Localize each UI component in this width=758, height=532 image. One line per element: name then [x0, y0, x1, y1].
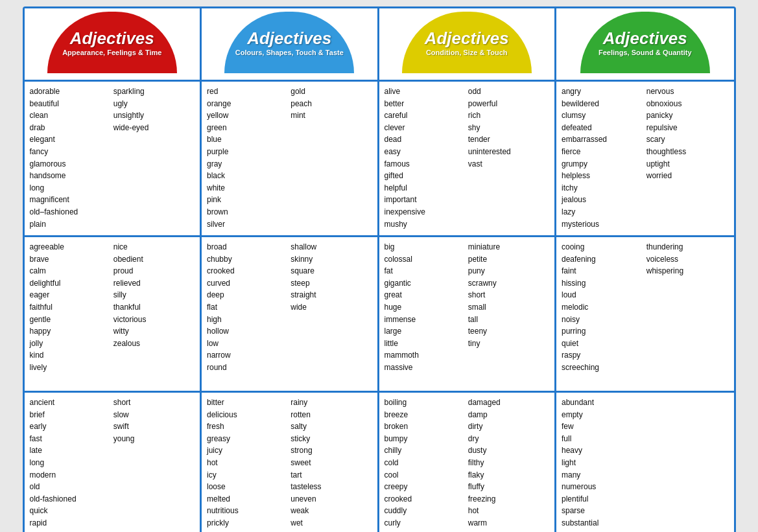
badge-subtitle-4: Feelings, Sound & Quantity: [592, 49, 698, 56]
word: silly: [113, 289, 195, 301]
word: silver: [207, 218, 288, 231]
word: nutritious: [207, 505, 288, 517]
word: quiet: [562, 338, 644, 350]
section-inner-3-1: alivebettercarefulcleverdeadeasyfamousgi…: [385, 86, 550, 230]
word: brave: [30, 253, 111, 266]
word: alive: [385, 86, 466, 98]
word: black: [207, 170, 288, 182]
word: skinny: [290, 253, 372, 266]
word: chubby: [207, 253, 288, 266]
section-inner-3-2: bigcolossalfatgiganticgreathugeimmensela…: [385, 241, 550, 374]
word: famous: [385, 158, 466, 170]
word: vast: [468, 158, 549, 170]
word: ancient: [30, 397, 111, 409]
word: round: [207, 362, 288, 374]
word: itchy: [562, 182, 644, 194]
word: happy: [30, 325, 111, 338]
word: gray: [207, 158, 288, 170]
word: scary: [646, 133, 729, 146]
word: petite: [468, 253, 549, 266]
word: warm: [468, 517, 549, 529]
word: faithful: [30, 301, 111, 314]
word-list-4-3-2: [646, 397, 729, 529]
section-inner-3-3: boilingbreezebrokenbumpychillycoldcoolcr…: [385, 397, 550, 529]
word: worried: [646, 170, 729, 182]
word: tart: [290, 469, 372, 481]
word: little: [385, 338, 466, 350]
word-list-4-3-1: abundantemptyfewfullheavylightmanynumero…: [562, 397, 644, 529]
section-inner-2-3: bitterdeliciousfreshgreasyjuicyhoticyloo…: [207, 397, 372, 529]
word: voiceless: [646, 253, 729, 266]
badge-2: AdjectivesColours, Shapes, Touch & Taste: [224, 12, 354, 73]
word: fierce: [562, 146, 644, 158]
badge-4: AdjectivesFeelings, Sound & Quantity: [580, 12, 710, 73]
word: wet: [290, 517, 372, 529]
section-3-1: alivebettercarefulcleverdeadeasyfamousgi…: [379, 82, 555, 237]
word: young: [113, 433, 195, 445]
section-2-1: redorangeyellowgreenbluepurplegrayblackw…: [202, 82, 377, 237]
word-list-1-2-1: agreeablebravecalmdelightfuleagerfaithfu…: [30, 241, 111, 374]
word: broken: [385, 421, 466, 433]
word: plain: [30, 218, 111, 231]
word: clever: [385, 122, 466, 134]
word: obedient: [113, 253, 195, 266]
word: gentle: [30, 314, 111, 326]
word: jolly: [30, 338, 111, 350]
word: cooing: [562, 241, 644, 253]
word: careful: [385, 110, 466, 122]
word: heavy: [562, 445, 644, 457]
section-3-3: boilingbreezebrokenbumpychillycoldcoolcr…: [379, 393, 555, 532]
word: huge: [385, 301, 466, 314]
word: angry: [562, 86, 644, 98]
word: light: [562, 457, 644, 469]
header-cell-3: AdjectivesCondition, Size & Touch: [379, 8, 557, 80]
word-list-1-1-1: adorablebeautifulcleandrabelegantfancygl…: [30, 86, 111, 230]
word: full: [562, 433, 644, 445]
word: purple: [207, 146, 288, 158]
word: hissing: [562, 277, 644, 290]
word: proud: [113, 265, 195, 277]
word: glamorous: [30, 158, 111, 170]
section-inner-2-1: redorangeyellowgreenbluepurplegrayblackw…: [207, 86, 372, 230]
section-2-2: broadchubbycrookedcurveddeepflathighholl…: [202, 237, 377, 393]
word: ugly: [113, 98, 195, 110]
word: witty: [113, 325, 195, 338]
word-list-2-3-1: bitterdeliciousfreshgreasyjuicyhoticyloo…: [207, 397, 288, 529]
word: tall: [468, 314, 549, 326]
word-list-2-3-2: rainyrottensaltystickystrongsweettarttas…: [290, 397, 372, 529]
word: gold: [290, 86, 372, 98]
word: melted: [207, 493, 288, 505]
col-2: redorangeyellowgreenbluepurplegrayblackw…: [202, 82, 379, 532]
word: strong: [290, 445, 372, 457]
word: freezing: [468, 493, 549, 505]
section-inner-4-1: angrybewilderedclumsydefeatedembarrassed…: [562, 86, 729, 230]
section-inner-1-2: agreeablebravecalmdelightfuleagerfaithfu…: [30, 241, 195, 374]
section-4-2: cooingdeafeningfainthissingloudmelodicno…: [556, 237, 734, 393]
word: sparkling: [113, 86, 195, 98]
word: dirty: [468, 421, 549, 433]
word: fast: [30, 433, 111, 445]
header-cell-1: AdjectivesAppearance, Feelings & Time: [25, 8, 202, 80]
word: purring: [562, 325, 644, 338]
word: screeching: [562, 362, 644, 374]
word: bumpy: [385, 433, 466, 445]
word: mysterious: [562, 218, 644, 231]
word: important: [385, 194, 466, 206]
word: miniature: [468, 241, 549, 253]
word: peach: [290, 98, 372, 110]
word-list-3-3-1: boilingbreezebrokenbumpychillycoldcoolcr…: [385, 397, 466, 529]
word: hot: [207, 457, 288, 469]
word-list-2-2-1: broadchubbycrookedcurveddeepflathighholl…: [207, 241, 288, 374]
section-1-3: ancientbriefearlyfastlatelongmodernoldol…: [25, 393, 200, 532]
word: long: [30, 457, 111, 469]
word: clumsy: [562, 110, 644, 122]
word: cuddly: [385, 505, 466, 517]
word: large: [385, 325, 466, 338]
badge-subtitle-2: Colours, Shapes, Touch & Taste: [229, 49, 350, 56]
word: wide-eyed: [113, 122, 195, 134]
word: salty: [290, 421, 372, 433]
badge-title-2: Adjectives: [247, 29, 331, 49]
section-inner-2-2: broadchubbycrookedcurveddeepflathighholl…: [207, 241, 372, 374]
word: green: [207, 122, 288, 134]
word: sparse: [562, 505, 644, 517]
